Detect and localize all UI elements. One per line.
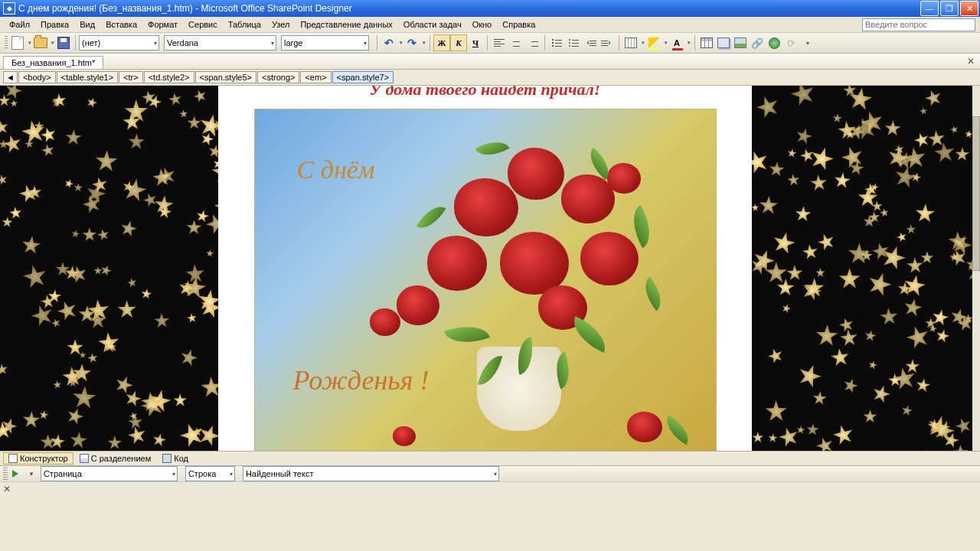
insert-image-button[interactable] (732, 34, 749, 51)
file-tab-bar: Без_названия_1.htm* ✕ (0, 54, 980, 70)
file-tab[interactable]: Без_названия_1.htm* (3, 56, 103, 69)
indent-button[interactable] (599, 34, 616, 51)
view-code-button[interactable]: Код (157, 452, 194, 465)
breadcrumb-strong[interactable]: <strong> (257, 71, 299, 83)
redo-icon: ↷ (407, 37, 416, 49)
menu-node[interactable]: Узел (267, 18, 294, 31)
formatting-toolbar: (нет) Verdana large ↶ ↷ Ж К Ч A 🔗 ⟳ ▾ (0, 33, 980, 54)
new-page-icon (11, 36, 24, 50)
view-switch-bar: Конструктор С разделением Код (0, 451, 980, 465)
bullet-list-icon (569, 39, 579, 47)
refresh-button[interactable]: ⟳ (782, 34, 799, 51)
world-icon (769, 37, 780, 49)
breadcrumb-span7[interactable]: <span.style7> (332, 71, 394, 83)
borders-button[interactable] (622, 34, 639, 51)
greeting-card-image[interactable]: С днём Рожденья ! (254, 109, 717, 451)
find-line-combo[interactable]: Строка (185, 466, 235, 481)
menu-view[interactable]: Вид (75, 18, 100, 31)
outdent-icon (584, 41, 596, 46)
undo-button[interactable]: ↶ (381, 34, 397, 51)
open-button[interactable] (32, 34, 49, 51)
menu-task-panes[interactable]: Области задач (399, 18, 466, 31)
view-code-label: Код (174, 454, 188, 463)
view-designer-label: Конструктор (20, 454, 68, 463)
underline-button[interactable]: Ч (467, 34, 484, 51)
align-right-button[interactable] (524, 34, 541, 51)
font-combo[interactable]: Verdana (164, 35, 276, 51)
toolbar-grip-icon[interactable] (5, 36, 8, 50)
bold-icon: Ж (438, 38, 446, 47)
close-file-button[interactable]: ✕ (965, 55, 977, 67)
file-tab-label: Без_названия_1.htm* (11, 58, 95, 67)
breadcrumb-back[interactable]: ◄ (3, 71, 18, 83)
breadcrumb-span5[interactable]: <span.style5> (195, 71, 257, 83)
insert-hyperlink-button[interactable]: 🔗 (749, 34, 766, 51)
insert-table-button[interactable] (698, 34, 715, 51)
breadcrumb-tr[interactable]: <tr> (119, 71, 143, 83)
menu-format[interactable]: Формат (143, 18, 182, 31)
redo-button[interactable]: ↷ (403, 34, 420, 51)
breadcrumb-body[interactable]: <body> (18, 71, 56, 83)
design-canvas[interactable]: У дома твоего найдет причал! С днём Рожд… (0, 86, 980, 451)
font-color-button[interactable]: A (668, 34, 685, 51)
table-icon (701, 37, 713, 48)
menu-table[interactable]: Таблица (224, 18, 266, 31)
findbar-close-button[interactable]: ✕ (3, 484, 11, 494)
page-content-cell[interactable]: У дома твоего найдет причал! С днём Рожд… (218, 86, 752, 451)
align-center-icon (511, 39, 521, 47)
minimize-button[interactable]: — (920, 1, 939, 16)
find-run-button[interactable] (11, 470, 22, 478)
new-button[interactable] (9, 34, 26, 51)
underline-icon: Ч (472, 38, 479, 47)
find-options-dropdown[interactable]: ▼ (25, 471, 38, 478)
view-designer-button[interactable]: Конструктор (3, 452, 74, 465)
italic-button[interactable]: К (450, 34, 467, 51)
menu-window[interactable]: Окно (468, 18, 497, 31)
find-found-label: Найденный текст (246, 469, 314, 478)
align-left-button[interactable] (491, 34, 508, 51)
align-center-button[interactable] (508, 34, 524, 51)
separator (694, 35, 695, 51)
findbar-close-row: ✕ (0, 481, 980, 495)
insert-layer-button[interactable] (715, 34, 732, 51)
menu-insert[interactable]: Вставка (101, 18, 142, 31)
maximize-button[interactable]: ❐ (940, 1, 959, 16)
breadcrumb-td[interactable]: <td.style2> (144, 71, 194, 83)
scrollbar-thumb[interactable] (972, 116, 980, 271)
find-page-label: Страница (44, 469, 82, 478)
save-button[interactable] (55, 34, 72, 51)
font-value: Verdana (167, 38, 198, 47)
menu-file[interactable]: Файл (5, 18, 34, 31)
separator (75, 35, 76, 51)
close-button[interactable]: ✕ (960, 1, 978, 16)
breadcrumb-table[interactable]: <table.style1> (57, 71, 119, 83)
menu-edit[interactable]: Правка (36, 18, 74, 31)
preview-browser-button[interactable] (766, 34, 782, 51)
toolbar-options-button[interactable]: ▾ (799, 34, 816, 51)
separator (487, 35, 488, 51)
findbar-grip-icon[interactable] (3, 468, 8, 480)
view-split-button[interactable]: С разделением (74, 452, 157, 465)
size-combo[interactable]: large (281, 35, 369, 51)
tag-breadcrumb-bar: ◄ <body> <table.style1> <tr> <td.style2>… (0, 70, 980, 86)
find-found-text-combo[interactable]: Найденный текст (243, 466, 499, 481)
numbered-list-button[interactable] (548, 34, 565, 51)
highlight-button[interactable] (645, 34, 662, 51)
outdent-button[interactable] (582, 34, 599, 51)
page-background-left (0, 86, 218, 451)
find-page-combo[interactable]: Страница (41, 466, 178, 481)
help-search-input[interactable] (862, 18, 975, 31)
menu-data-presentation[interactable]: Представление данных (296, 18, 397, 31)
menu-help[interactable]: Справка (498, 18, 540, 31)
menu-tools[interactable]: Сервис (184, 18, 222, 31)
style-combo[interactable]: (нет) (79, 35, 159, 51)
breadcrumb-em[interactable]: <em> (300, 71, 331, 83)
headline-text[interactable]: У дома твоего найдет причал! (218, 86, 752, 99)
bold-button[interactable]: Ж (433, 34, 450, 51)
save-disk-icon (57, 37, 70, 49)
bullet-list-button[interactable] (565, 34, 582, 51)
highlight-icon (648, 37, 659, 48)
borders-icon (625, 37, 637, 48)
vertical-scrollbar[interactable] (972, 86, 980, 451)
indent-icon (601, 41, 613, 46)
